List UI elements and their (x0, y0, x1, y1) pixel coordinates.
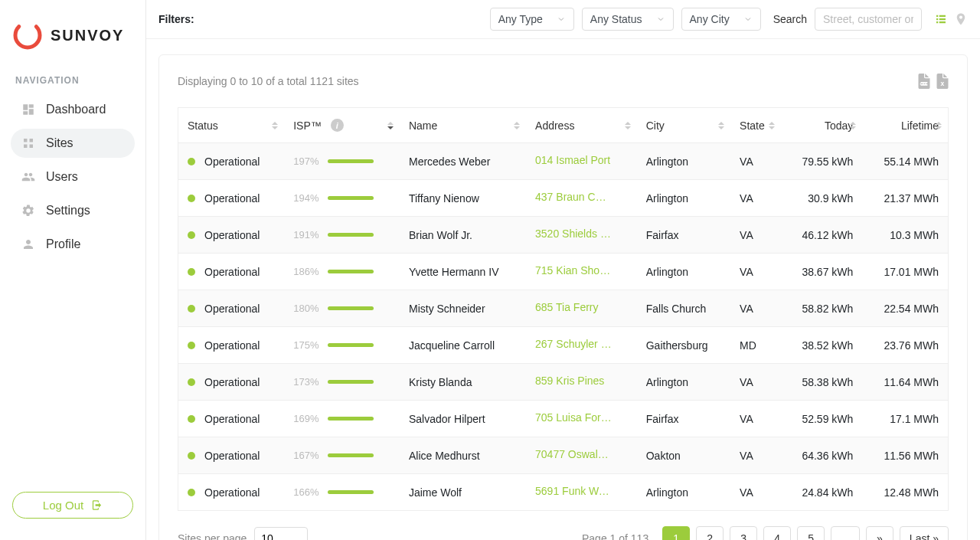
export-excel-icon[interactable]: x (936, 74, 949, 89)
svg-point-0 (12, 20, 43, 51)
col-status-header[interactable]: Status (178, 108, 285, 143)
status-dot (188, 268, 195, 276)
logout-button[interactable]: Log Out (12, 492, 133, 519)
table-row[interactable]: Operational180%Misty Schneider685 Tia Fe… (178, 290, 949, 327)
brand-logo[interactable]: SUNVOY (0, 12, 145, 69)
col-isp-header[interactable]: ISP™i (284, 108, 400, 143)
address-link[interactable]: 437 Braun Centers (535, 191, 612, 203)
filters-bar: Filters: Any Type Any Status Any City Se… (146, 0, 980, 39)
address-link[interactable]: 70477 Oswaldo F... (535, 448, 612, 460)
isp-bar (328, 417, 374, 421)
nav-item-settings[interactable]: Settings (11, 196, 135, 225)
page-button[interactable]: 3 (730, 526, 757, 540)
table-row[interactable]: Operational167%Alice Medhurst70477 Oswal… (178, 437, 949, 474)
main-content: Filters: Any Type Any Status Any City Se… (145, 0, 980, 540)
address-link[interactable]: 859 Kris Pines (535, 375, 604, 387)
pagination: 12345...»Last » (662, 526, 949, 540)
table-row[interactable]: Operational194%Tiffany Nienow437 Braun C… (178, 180, 949, 217)
nav-item-users[interactable]: Users (11, 162, 135, 191)
status-dot (188, 305, 195, 313)
table-row[interactable]: Operational166%Jaime Wolf5691 Funk WaysA… (178, 474, 949, 511)
address-link[interactable]: 685 Tia Ferry (535, 301, 598, 313)
status-dot (188, 195, 195, 202)
filter-city-select[interactable]: Any City (681, 8, 761, 31)
status-dot (188, 489, 195, 496)
nav-item-sites[interactable]: Sites (11, 129, 135, 158)
isp-bar (328, 343, 374, 347)
export-csv-icon[interactable]: csv (918, 74, 930, 89)
address-link[interactable]: 715 Kian Shores (535, 264, 612, 277)
svg-text:csv: csv (920, 81, 927, 86)
page-button[interactable]: ... (831, 526, 860, 540)
col-city-header[interactable]: City (637, 108, 730, 143)
table-row[interactable]: Operational175%Jacqueline Carroll267 Sch… (178, 327, 949, 364)
status-dot (188, 158, 195, 165)
chevron-down-icon (656, 15, 665, 24)
brand-name: SUNVOY (51, 27, 124, 44)
page-button[interactable]: » (866, 526, 893, 540)
nav-item-profile[interactable]: Profile (11, 230, 135, 259)
col-address-header[interactable]: Address (526, 108, 637, 143)
address-link[interactable]: 014 Ismael Port (535, 154, 610, 166)
sunvoy-logo-icon (12, 20, 43, 51)
col-name-header[interactable]: Name (400, 108, 526, 143)
sites-card: Displaying 0 to 10 of a total 1121 sites… (158, 54, 968, 540)
list-view-icon[interactable] (934, 12, 948, 26)
nav-list: DashboardSitesUsersSettingsProfile (0, 95, 145, 263)
page-info: Page 1 of 113 (582, 532, 648, 540)
page-button[interactable]: 1 (662, 526, 690, 540)
col-state-header[interactable]: State (730, 108, 781, 143)
address-link[interactable]: 267 Schuyler Ca... (535, 338, 612, 350)
per-page-input[interactable] (254, 527, 308, 540)
col-today-header[interactable]: Today (781, 108, 862, 143)
map-view-icon[interactable] (954, 12, 968, 26)
search-input[interactable] (815, 8, 922, 31)
table-row[interactable]: Operational191%Brian Wolf Jr.3520 Shield… (178, 217, 949, 254)
isp-bar (328, 490, 374, 494)
nav-item-dashboard[interactable]: Dashboard (11, 95, 135, 124)
isp-bar (328, 453, 374, 457)
chevron-down-icon (557, 15, 566, 24)
sites-table: Status ISP™i Name Address City State Tod… (178, 107, 949, 511)
status-dot (188, 378, 195, 386)
filter-status-select[interactable]: Any Status (582, 8, 674, 31)
chevron-down-icon (743, 15, 753, 24)
nav-heading: NAVIGATION (0, 69, 145, 95)
status-dot (188, 231, 195, 239)
displaying-text: Displaying 0 to 10 of a total 1121 sites (178, 75, 359, 87)
logout-icon (91, 499, 103, 511)
info-icon[interactable]: i (331, 119, 344, 132)
search-label: Search (773, 13, 807, 25)
sidebar: SUNVOY NAVIGATION DashboardSitesUsersSet… (0, 0, 145, 540)
address-link[interactable]: 3520 Shields Ext... (535, 227, 612, 240)
filter-type-select[interactable]: Any Type (490, 8, 574, 31)
status-dot (188, 452, 195, 460)
per-page-label: Sites per page (178, 532, 247, 540)
page-button[interactable]: 5 (797, 526, 825, 540)
page-button[interactable]: 2 (696, 526, 724, 540)
page-button[interactable]: Last » (900, 526, 949, 540)
isp-bar (328, 270, 374, 273)
isp-bar (328, 233, 374, 237)
isp-bar (328, 380, 374, 384)
logout-label: Log Out (43, 499, 83, 512)
table-row[interactable]: Operational169%Salvador Hilpert705 Luisa… (178, 401, 949, 437)
address-link[interactable]: 705 Luisa Fords (535, 411, 612, 424)
page-button[interactable]: 4 (763, 526, 791, 540)
status-dot (188, 415, 195, 423)
isp-bar (328, 196, 374, 200)
isp-bar (328, 159, 374, 163)
table-row[interactable]: Operational173%Kristy Blanda859 Kris Pin… (178, 364, 949, 401)
address-link[interactable]: 5691 Funk Ways (535, 485, 612, 497)
table-footer: Sites per page Page 1 of 113 12345...»La… (178, 526, 949, 540)
filters-label: Filters: (158, 13, 194, 25)
table-row[interactable]: Operational197%Mercedes Weber014 Ismael … (178, 143, 949, 180)
table-row[interactable]: Operational186%Yvette Hermann IV715 Kian… (178, 254, 949, 290)
svg-text:x: x (941, 80, 945, 87)
status-dot (188, 342, 195, 349)
col-lifetime-header[interactable]: Lifetime (862, 108, 948, 143)
isp-bar (328, 306, 374, 310)
